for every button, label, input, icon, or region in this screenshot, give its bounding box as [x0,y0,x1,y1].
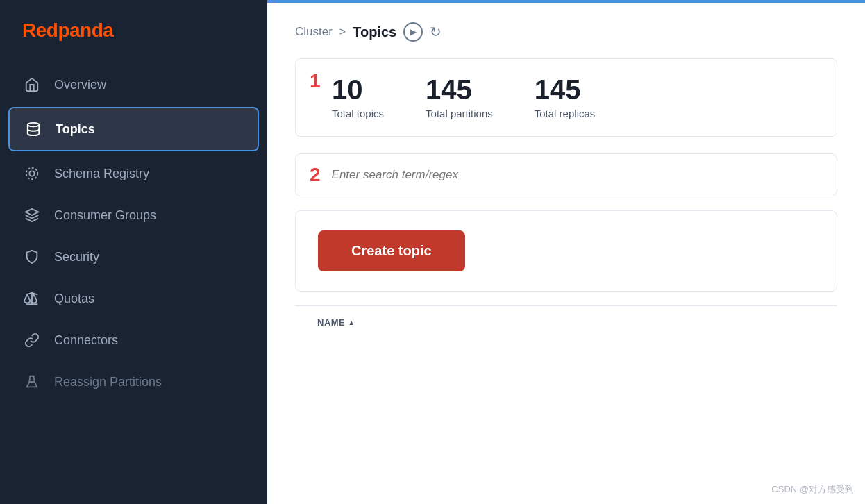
play-icon[interactable]: ▶ [403,22,423,42]
breadcrumb-separator: > [339,26,346,38]
create-topic-button[interactable]: Create topic [318,230,465,271]
sidebar-item-label: Topics [56,122,95,137]
stat-value: 145 [535,76,596,103]
shield-icon [22,247,42,267]
main-content: Cluster > Topics ▶ ↻ 1 10 Total topics 1… [267,0,865,504]
stat-label: Total partitions [426,108,493,119]
svg-marker-3 [26,209,38,215]
sidebar-item-reassign-partitions[interactable]: Reassign Partitions [0,361,267,403]
stat-value: 10 [332,76,384,103]
stats-bar: 1 10 Total topics 145 Total partitions 1… [295,58,837,137]
sidebar-item-connectors[interactable]: Connectors [0,319,267,361]
breadcrumb: Cluster > Topics ▶ ↻ [295,22,837,42]
svg-point-1 [29,171,34,176]
table-header: NAME ▲ [295,305,837,339]
sidebar-item-topics[interactable]: Topics [8,107,259,151]
flask-icon [22,372,42,392]
stat-label: Total topics [332,108,384,119]
create-topic-section: Create topic [295,210,837,292]
logo: Redpanda [0,0,267,64]
sidebar-item-label: Overview [54,78,106,92]
sort-icon: ▲ [348,319,355,326]
filter-icon [22,205,42,225]
scale-icon [22,289,42,308]
stat-label: Total replicas [535,108,596,119]
search-input[interactable] [332,168,823,182]
stats-list: 10 Total topics 145 Total partitions 145… [318,76,595,119]
sidebar-item-label: Security [54,250,99,264]
sidebar-item-schema-registry[interactable]: Schema Registry [0,153,267,194]
sidebar-item-consumer-groups[interactable]: Consumer Groups [0,194,267,236]
svg-point-2 [26,168,38,180]
sidebar-item-security[interactable]: Security [0,236,267,278]
sidebar-item-label: Quotas [54,292,94,306]
watermark: CSDN @对方感受到 [771,483,854,496]
sidebar-item-label: Reassign Partitions [54,375,162,389]
schema-icon [22,164,42,183]
sidebar-item-label: Connectors [54,333,118,348]
refresh-icon[interactable]: ↻ [430,24,442,40]
sidebar: Redpanda OverviewTopicsSchema RegistryCo… [0,0,267,504]
sidebar-item-label: Schema Registry [54,167,149,181]
stat-item: 145 Total replicas [535,76,596,119]
home-icon [22,75,42,94]
nav-menu: OverviewTopicsSchema RegistryConsumer Gr… [0,64,267,403]
breadcrumb-parent: Cluster [295,25,333,39]
sidebar-item-label: Consumer Groups [54,208,156,223]
brand-name: Redpanda [22,19,245,42]
search-annotation: 2 [310,164,321,186]
breadcrumb-current: Topics [353,24,396,40]
sidebar-item-quotas[interactable]: Quotas [0,278,267,319]
stat-item: 145 Total partitions [426,76,493,119]
col-name: NAME ▲ [317,317,355,328]
link-icon [22,330,42,350]
sidebar-item-overview[interactable]: Overview [0,64,267,106]
svg-point-0 [28,123,40,127]
stat-value: 145 [426,76,493,103]
search-container: 2 [295,153,837,196]
database-icon [24,119,43,139]
stat-item: 10 Total topics [332,76,384,119]
stats-annotation: 1 [310,70,321,92]
